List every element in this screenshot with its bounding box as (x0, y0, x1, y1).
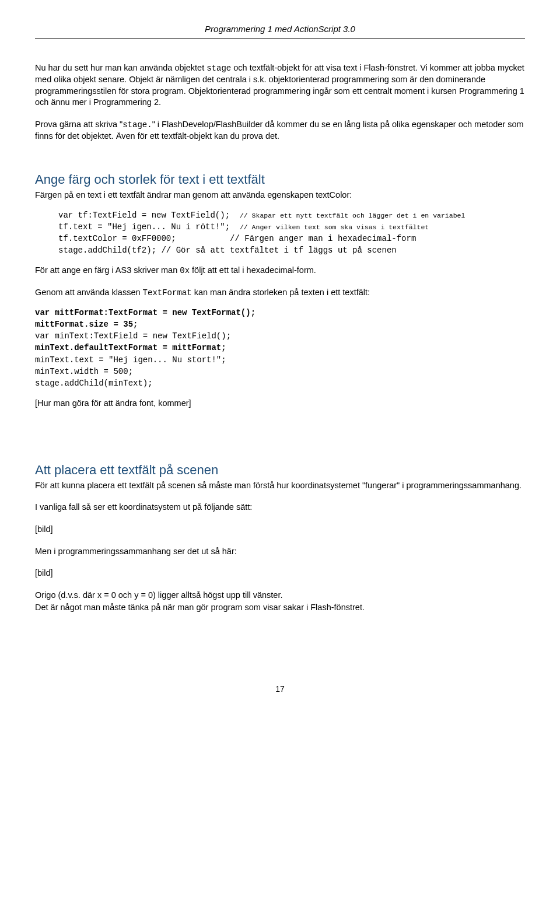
paragraph-1: Nu har du sett hur man kan använda objek… (35, 62, 525, 108)
paragraph-7: För att kunna placera ett textfält på sc… (35, 480, 525, 492)
code-line-bold: mittFormat.size = 35; (35, 320, 138, 329)
paragraph-6: [Hur man göra för att ändra font, kommer… (35, 398, 525, 410)
code-line: stage.addChild(tf2); // Gör så att textf… (58, 246, 397, 255)
text: följt att ett tal i hexadecimal-form. (190, 265, 316, 275)
paragraph-8: I vanliga fall så ser ett koordinatsyste… (35, 502, 525, 513)
paragraph-2: Prova gärna att skriva "stage." i FlashD… (35, 119, 525, 142)
image-placeholder: [bild] (35, 568, 525, 579)
code-line: var tf:TextField = new TextField(); (58, 211, 230, 220)
code-line-bold: var mittFormat:TextFormat = new TextForm… (35, 308, 256, 317)
code-line: minText.width = 500; (35, 367, 133, 376)
image-placeholder: [bild] (35, 524, 525, 536)
code-comment: // Färgen anger man i hexadecimal-form (230, 234, 416, 243)
code-comment: // Anger vilken text som ska visas i tex… (240, 223, 429, 231)
code-line: tf.textColor = 0xFF0000; (58, 234, 176, 243)
section-heading-color-size: Ange färg och storlek för text i ett tex… (35, 171, 525, 188)
code-line: tf.text = "Hej igen... Nu i rött!"; (58, 222, 230, 232)
text: Genom att använda klassen (35, 288, 143, 297)
text: kan man ändra storleken på texten i ett … (192, 288, 370, 297)
inline-code: 0x (180, 266, 190, 275)
inline-code: stage. (123, 120, 152, 130)
code-line: minText.text = "Hej igen... Nu stort!"; (35, 355, 226, 365)
code-block-2: var mittFormat:TextFormat = new TextForm… (35, 307, 525, 390)
code-line-bold: minText.defaultTextFormat = mittFormat; (35, 343, 226, 352)
code-block-1: var tf:TextField = new TextField(); // S… (58, 209, 525, 257)
inline-code: stage (206, 64, 231, 73)
paragraph-3: Färgen på en text i ett textfält ändrar … (35, 190, 525, 201)
page-number: 17 (35, 684, 525, 695)
section-heading-placement: Att placera ett textfält på scenen (35, 461, 525, 479)
code-line: var minText:TextField = new TextField(); (35, 331, 231, 341)
paragraph-9: Men i programmeringssammanhang ser det u… (35, 546, 525, 558)
text: Nu har du sett hur man kan använda objek… (35, 63, 206, 72)
paragraph-11: Det är något man måste tänka på när man … (35, 602, 525, 614)
code-comment: // Skapar ett nytt textfält och lägger d… (240, 212, 465, 219)
code-line: stage.addChild(minText); (35, 379, 153, 388)
inline-code: TextFormat (143, 288, 192, 298)
paragraph-5: Genom att använda klassen TextFormat kan… (35, 287, 525, 299)
page-header: Programmering 1 med ActionScript 3.0 (35, 23, 525, 39)
text: För att ange en färg i AS3 skriver man (35, 265, 180, 275)
paragraph-4: För att ange en färg i AS3 skriver man 0… (35, 265, 525, 276)
paragraph-10: Origo (d.v.s. där x = 0 och y = 0) ligge… (35, 590, 525, 601)
text: Prova gärna att skriva " (35, 120, 123, 129)
